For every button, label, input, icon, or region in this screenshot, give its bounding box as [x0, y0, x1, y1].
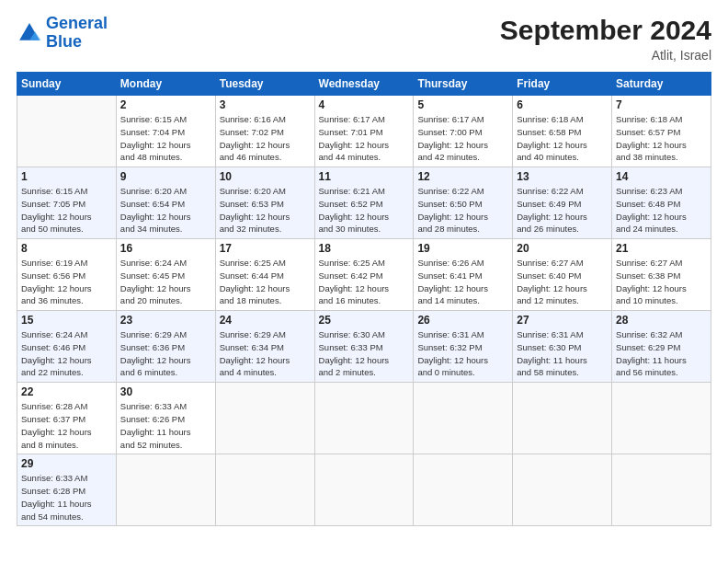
day-number: 18 — [319, 242, 410, 255]
table-row: 21Sunrise: 6:27 AM Sunset: 6:38 PM Dayli… — [612, 239, 711, 311]
table-row — [215, 454, 314, 526]
day-number: 20 — [517, 242, 608, 255]
day-number: 10 — [220, 170, 311, 183]
day-number: 29 — [21, 457, 112, 470]
col-tuesday: Tuesday — [215, 73, 314, 96]
col-thursday: Thursday — [414, 73, 513, 96]
day-number: 5 — [417, 98, 508, 111]
day-info: Sunrise: 6:20 AM Sunset: 6:54 PM Dayligh… — [120, 185, 211, 236]
day-number: 9 — [120, 170, 211, 183]
table-row: 2Sunrise: 6:15 AM Sunset: 7:04 PM Daylig… — [116, 96, 215, 167]
title-area: September 2024 Atlit, Israel — [500, 15, 711, 63]
day-number: 21 — [616, 242, 707, 255]
table-row: 5Sunrise: 6:17 AM Sunset: 7:00 PM Daylig… — [414, 96, 513, 167]
month-title: September 2024 — [500, 15, 711, 46]
day-info: Sunrise: 6:27 AM Sunset: 6:38 PM Dayligh… — [616, 257, 707, 307]
day-info: Sunrise: 6:15 AM Sunset: 7:05 PM Dayligh… — [21, 185, 112, 236]
table-row: 1Sunrise: 6:15 AM Sunset: 7:05 PM Daylig… — [17, 167, 117, 239]
day-info: Sunrise: 6:22 AM Sunset: 6:50 PM Dayligh… — [417, 185, 508, 236]
day-number: 1 — [21, 170, 112, 183]
table-row: 17Sunrise: 6:25 AM Sunset: 6:44 PM Dayli… — [215, 239, 314, 311]
day-number: 6 — [517, 98, 608, 111]
table-row: 24Sunrise: 6:29 AM Sunset: 6:34 PM Dayli… — [215, 311, 314, 383]
day-number: 23 — [120, 314, 211, 327]
day-number: 26 — [417, 314, 508, 327]
logo: General Blue — [17, 15, 108, 52]
table-row — [414, 383, 513, 454]
page: General Blue September 2024 Atlit, Israe… — [0, 0, 728, 535]
day-info: Sunrise: 6:22 AM Sunset: 6:49 PM Dayligh… — [517, 185, 608, 236]
table-row — [314, 454, 414, 526]
table-row — [513, 383, 612, 454]
day-info: Sunrise: 6:26 AM Sunset: 6:41 PM Dayligh… — [417, 257, 508, 307]
table-row — [612, 383, 711, 454]
day-info: Sunrise: 6:31 AM Sunset: 6:32 PM Dayligh… — [417, 328, 508, 379]
logo-text: General Blue — [46, 15, 108, 52]
day-number: 16 — [120, 242, 211, 255]
table-row: 27Sunrise: 6:31 AM Sunset: 6:30 PM Dayli… — [513, 311, 612, 383]
logo-icon — [17, 20, 42, 46]
table-row: 15Sunrise: 6:24 AM Sunset: 6:46 PM Dayli… — [17, 311, 117, 383]
table-row — [314, 383, 414, 454]
table-row: 9Sunrise: 6:20 AM Sunset: 6:54 PM Daylig… — [116, 167, 215, 239]
day-info: Sunrise: 6:33 AM Sunset: 6:28 PM Dayligh… — [21, 472, 112, 523]
day-number: 3 — [220, 98, 311, 111]
day-number: 24 — [220, 314, 311, 327]
calendar: Sunday Monday Tuesday Wednesday Thursday… — [17, 72, 711, 526]
day-info: Sunrise: 6:25 AM Sunset: 6:44 PM Dayligh… — [220, 257, 311, 307]
day-number: 19 — [417, 242, 508, 255]
day-number: 22 — [21, 385, 112, 398]
table-row: 13Sunrise: 6:22 AM Sunset: 6:49 PM Dayli… — [513, 167, 612, 239]
table-row: 10Sunrise: 6:20 AM Sunset: 6:53 PM Dayli… — [215, 167, 314, 239]
day-number: 13 — [517, 170, 608, 183]
day-info: Sunrise: 6:18 AM Sunset: 6:57 PM Dayligh… — [616, 113, 707, 164]
day-info: Sunrise: 6:21 AM Sunset: 6:52 PM Dayligh… — [319, 185, 410, 236]
day-number: 2 — [120, 98, 211, 111]
table-row: 28Sunrise: 6:32 AM Sunset: 6:29 PM Dayli… — [612, 311, 711, 383]
table-row: 25Sunrise: 6:30 AM Sunset: 6:33 PM Dayli… — [314, 311, 414, 383]
day-info: Sunrise: 6:24 AM Sunset: 6:46 PM Dayligh… — [21, 328, 112, 379]
table-row: 23Sunrise: 6:29 AM Sunset: 6:36 PM Dayli… — [116, 311, 215, 383]
day-number: 14 — [616, 170, 707, 183]
day-info: Sunrise: 6:25 AM Sunset: 6:42 PM Dayligh… — [319, 257, 410, 307]
table-row — [17, 96, 117, 167]
day-number: 8 — [21, 242, 112, 255]
day-info: Sunrise: 6:28 AM Sunset: 6:37 PM Dayligh… — [21, 400, 112, 451]
day-number: 27 — [517, 314, 608, 327]
table-row: 12Sunrise: 6:22 AM Sunset: 6:50 PM Dayli… — [414, 167, 513, 239]
day-number: 12 — [417, 170, 508, 183]
table-row: 8Sunrise: 6:19 AM Sunset: 6:56 PM Daylig… — [17, 239, 117, 311]
table-row: 29Sunrise: 6:33 AM Sunset: 6:28 PM Dayli… — [17, 454, 117, 526]
table-row — [215, 383, 314, 454]
table-row: 3Sunrise: 6:16 AM Sunset: 7:02 PM Daylig… — [215, 96, 314, 167]
day-number: 17 — [220, 242, 311, 255]
table-row: 7Sunrise: 6:18 AM Sunset: 6:57 PM Daylig… — [612, 96, 711, 167]
table-row: 16Sunrise: 6:24 AM Sunset: 6:45 PM Dayli… — [116, 239, 215, 311]
table-row: 18Sunrise: 6:25 AM Sunset: 6:42 PM Dayli… — [314, 239, 414, 311]
day-info: Sunrise: 6:29 AM Sunset: 6:34 PM Dayligh… — [220, 328, 311, 379]
table-row: 22Sunrise: 6:28 AM Sunset: 6:37 PM Dayli… — [17, 383, 117, 454]
day-info: Sunrise: 6:18 AM Sunset: 6:58 PM Dayligh… — [517, 113, 608, 164]
table-row: 14Sunrise: 6:23 AM Sunset: 6:48 PM Dayli… — [612, 167, 711, 239]
table-row: 11Sunrise: 6:21 AM Sunset: 6:52 PM Dayli… — [314, 167, 414, 239]
day-info: Sunrise: 6:33 AM Sunset: 6:26 PM Dayligh… — [120, 400, 211, 451]
day-number: 15 — [21, 314, 112, 327]
table-row: 30Sunrise: 6:33 AM Sunset: 6:26 PM Dayli… — [116, 383, 215, 454]
day-number: 7 — [616, 98, 707, 111]
table-row — [116, 454, 215, 526]
col-sunday: Sunday — [17, 73, 117, 96]
col-friday: Friday — [513, 73, 612, 96]
table-row — [612, 454, 711, 526]
day-info: Sunrise: 6:30 AM Sunset: 6:33 PM Dayligh… — [319, 328, 410, 379]
table-row: 4Sunrise: 6:17 AM Sunset: 7:01 PM Daylig… — [314, 96, 414, 167]
day-info: Sunrise: 6:17 AM Sunset: 7:00 PM Dayligh… — [417, 113, 508, 164]
table-row: 26Sunrise: 6:31 AM Sunset: 6:32 PM Dayli… — [414, 311, 513, 383]
day-info: Sunrise: 6:24 AM Sunset: 6:45 PM Dayligh… — [120, 257, 211, 307]
day-info: Sunrise: 6:19 AM Sunset: 6:56 PM Dayligh… — [21, 257, 112, 307]
day-info: Sunrise: 6:32 AM Sunset: 6:29 PM Dayligh… — [616, 328, 707, 379]
table-row: 19Sunrise: 6:26 AM Sunset: 6:41 PM Dayli… — [414, 239, 513, 311]
table-row: 20Sunrise: 6:27 AM Sunset: 6:40 PM Dayli… — [513, 239, 612, 311]
header: General Blue September 2024 Atlit, Israe… — [17, 15, 711, 63]
logo-line2: Blue — [46, 32, 82, 51]
day-info: Sunrise: 6:27 AM Sunset: 6:40 PM Dayligh… — [517, 257, 608, 307]
